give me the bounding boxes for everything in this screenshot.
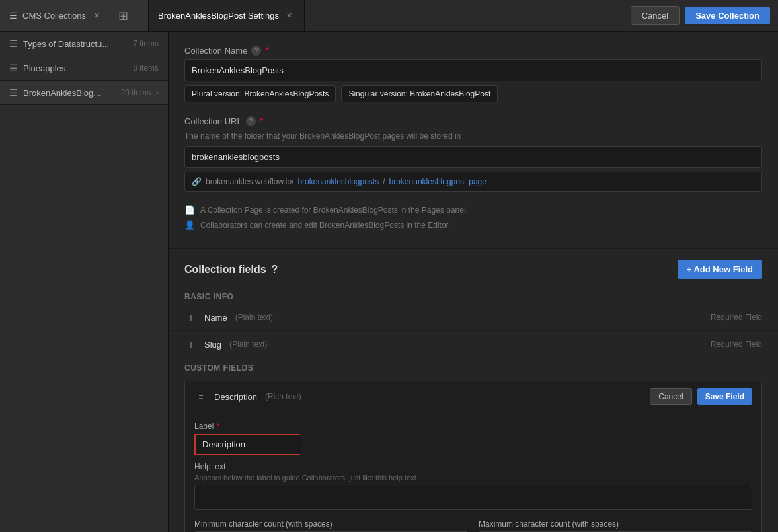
table-row: T Slug (Plain text) Required Field <box>169 331 778 358</box>
tab-cms-close[interactable]: ✕ <box>91 11 102 21</box>
help-text-input[interactable] <box>194 486 752 510</box>
expanded-field-name: Description <box>214 392 257 402</box>
tab-settings-label: BrokenAnklesBlogPost Settings <box>158 11 279 20</box>
field-name-slug: Slug <box>204 340 221 350</box>
min-char-count-group: Minimum character count (with spaces) ▲ … <box>194 519 468 532</box>
page-icon: 📄 <box>184 205 195 215</box>
url-bold-part1: brokenanklesblogposts <box>297 177 379 186</box>
label-field-label: Label * <box>194 422 752 431</box>
collection-name-input[interactable] <box>184 59 762 81</box>
sidebar-label-pineapples: Pineapples <box>23 63 128 73</box>
tab-cms-label: CMS Collections <box>22 11 86 20</box>
add-new-field-button[interactable]: + Add New Field <box>678 260 762 279</box>
collection-url-label: Collection URL ? * <box>184 116 762 126</box>
field-edit-body: Label * Help text Appears below the labe… <box>185 412 761 532</box>
sidebar-count-broken-ankles: 20 items <box>121 88 151 97</box>
tab-bar: ☰ CMS Collections ✕ ⊞ BrokenAnklesBlogPo… <box>0 0 778 32</box>
chevron-right-icon: › <box>156 88 159 97</box>
collection-url-group: Collection URL ? * The name of the folde… <box>184 116 762 192</box>
settings-panel: Collection Name ? * Plural version: Brok… <box>169 32 778 243</box>
info-row-1: 📄 A Collection Page is created for Broke… <box>184 205 762 215</box>
field-type-slug: (Plain text) <box>229 340 267 349</box>
field-save-button[interactable]: Save Field <box>697 388 752 405</box>
collection-url-input[interactable] <box>184 146 762 168</box>
collection-fields-header: Collection fields ? + Add New Field <box>169 248 778 287</box>
min-count-label: Minimum character count (with spaces) <box>194 519 468 529</box>
collection-fields-title: Collection fields ? <box>184 264 278 276</box>
list-icon-3: ☰ <box>9 87 18 98</box>
field-cancel-button[interactable]: Cancel <box>650 388 691 405</box>
tab-settings[interactable]: BrokenAnklesBlogPost Settings ✕ <box>149 0 305 31</box>
text-type-icon-2: T <box>184 338 198 351</box>
custom-fields-label: Custom fields <box>169 358 778 375</box>
expanded-field-header: ≡ Description (Rich text) Cancel Save Fi… <box>185 381 761 412</box>
header-actions: Cancel Save Collection <box>631 6 778 25</box>
sidebar: ☰ Types of Datastructu... 7 items ☰ Pine… <box>0 32 169 532</box>
expanded-field-description: ≡ Description (Rich text) Cancel Save Fi… <box>184 381 762 532</box>
collection-name-required: * <box>265 45 268 56</box>
content-panel: Collection Name ? * Plural version: Brok… <box>169 32 778 532</box>
collection-fields-help-icon[interactable]: ? <box>272 264 278 276</box>
main-layout: ☰ Types of Datastructu... 7 items ☰ Pine… <box>0 32 778 532</box>
max-count-label: Maximum character count (with spaces) <box>479 519 752 529</box>
label-row: Label * <box>194 422 752 455</box>
collection-name-group: Collection Name ? * Plural version: Brok… <box>184 45 762 102</box>
list-icon-2: ☰ <box>9 63 18 73</box>
max-char-count-group: Maximum character count (with spaces) ▲ … <box>479 519 752 532</box>
field-name-name: Name <box>204 313 227 323</box>
singular-badge: Singular version: BrokenAnklesBlogPost <box>341 85 498 102</box>
sidebar-label-broken-ankles: BrokenAnklesBlog... <box>23 88 116 98</box>
field-actions: Cancel Save Field <box>650 388 752 405</box>
field-required-slug: Required Field <box>711 340 762 349</box>
field-required-name: Required Field <box>711 313 762 322</box>
list-icon: ☰ <box>9 38 18 49</box>
tab-add-button[interactable]: ⊞ <box>112 5 134 26</box>
label-input[interactable] <box>196 435 301 454</box>
sidebar-item-pineapples[interactable]: ☰ Pineapples 6 items <box>0 56 168 81</box>
version-row: Plural version: BrokenAnklesBlogPosts Si… <box>184 85 762 102</box>
collection-url-required: * <box>260 116 263 126</box>
sidebar-count-pineapples: 6 items <box>133 63 159 73</box>
sidebar-label-types: Types of Datastructu... <box>23 39 128 49</box>
rich-text-icon: ≡ <box>194 390 208 403</box>
basic-info-label: Basic info <box>169 287 778 304</box>
collection-name-label: Collection Name ? * <box>184 45 762 56</box>
plural-badge: Plural version: BrokenAnklesBlogPosts <box>184 85 336 102</box>
label-input-wrapper <box>194 434 300 455</box>
collection-url-description: The name of the folder that your BrokenA… <box>184 130 762 142</box>
table-row: T Name (Plain text) Required Field <box>169 304 778 331</box>
help-text-description: Appears below the label to guide Collabo… <box>194 474 752 482</box>
tab-settings-close[interactable]: ✕ <box>284 11 295 21</box>
sidebar-item-types[interactable]: ☰ Types of Datastructu... 7 items <box>0 32 168 56</box>
link-icon: 🔗 <box>192 177 202 186</box>
text-type-icon: T <box>184 311 198 324</box>
url-display: 🔗 brokenankles.webflow.io/brokenanklesbl… <box>184 172 762 192</box>
url-bold-part2: brokenanklesblogpost-page <box>389 177 486 186</box>
info-row-2: 👤 Collaborators can create and edit Brok… <box>184 220 762 230</box>
help-text-label: Help text <box>194 462 752 471</box>
field-type-name: (Plain text) <box>235 313 273 322</box>
cancel-button[interactable]: Cancel <box>631 6 680 25</box>
sidebar-count-types: 7 items <box>133 39 159 48</box>
collection-name-help-icon[interactable]: ? <box>251 46 261 56</box>
database-icon: ☰ <box>9 11 17 20</box>
tab-cms-collections[interactable]: ☰ CMS Collections ✕ ⊞ <box>0 0 149 31</box>
expanded-field-type: (Rich text) <box>265 392 301 401</box>
collection-url-help-icon[interactable]: ? <box>246 116 256 126</box>
save-collection-button[interactable]: Save Collection <box>685 7 770 24</box>
label-required: * <box>216 422 219 431</box>
char-count-row: Minimum character count (with spaces) ▲ … <box>194 519 752 532</box>
person-icon: 👤 <box>184 220 195 230</box>
sidebar-item-broken-ankles[interactable]: ☰ BrokenAnklesBlog... 20 items › <box>0 81 168 105</box>
help-text-group: Help text Appears below the label to gui… <box>194 462 752 512</box>
